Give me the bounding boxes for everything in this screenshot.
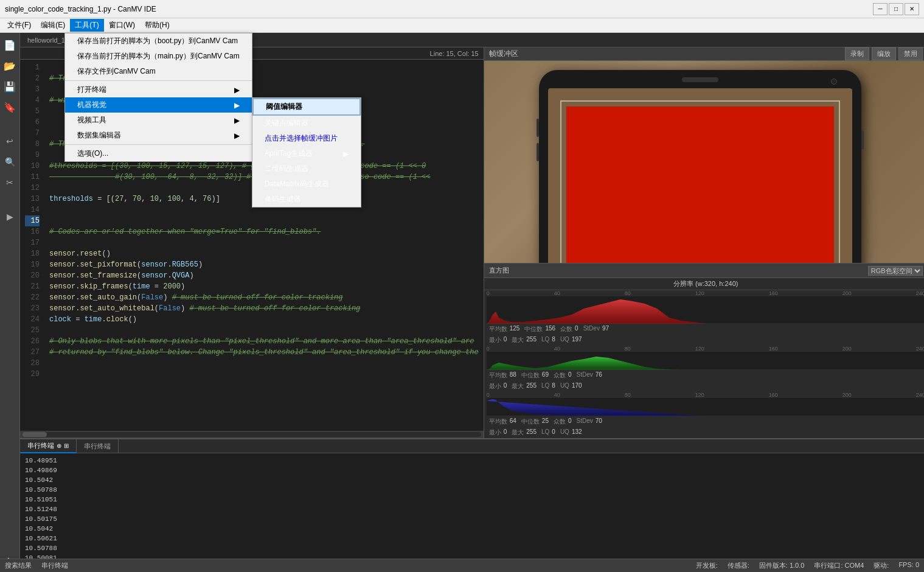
maximize-button[interactable]: □ xyxy=(889,3,903,15)
options-item[interactable]: 选项(O)... xyxy=(65,146,252,161)
video-tools-item[interactable]: 视频工具 ▶ xyxy=(65,113,252,128)
save-file-item[interactable]: 保存文件到CanMV Cam xyxy=(65,64,252,79)
qrcode-gen-item[interactable]: 二维码生成器 xyxy=(252,161,361,176)
barcode-gen-item[interactable]: 条码生成器 xyxy=(252,192,361,207)
dataset-editor-item[interactable]: 数据集编辑器 ▶ xyxy=(65,128,252,143)
menu-file[interactable]: 文件(F) xyxy=(2,19,36,32)
machine-vision-item[interactable]: 机器视觉 ▶ 阈值编辑器 关键点编辑器 点击并选择帧缓冲图片 AprilTag生… xyxy=(65,97,252,113)
menu-edit[interactable]: 编辑(E) xyxy=(36,19,70,32)
close-button[interactable]: ✕ xyxy=(905,3,919,15)
save-boot-item[interactable]: 保存当前打开的脚本为（boot.py）到CanMV Cam xyxy=(65,33,252,49)
save-main-item[interactable]: 保存当前打开的脚本为（main.py）到CanMV Cam xyxy=(65,49,252,64)
separator1 xyxy=(65,80,252,81)
open-terminal-arrow: ▶ xyxy=(234,86,240,94)
menubar: 文件(F) 编辑(E) 工具(T) 窗口(W) 帮助(H) xyxy=(0,18,924,33)
machine-vision-arrow: ▶ xyxy=(234,101,240,110)
click-select-frame-item[interactable]: 点击并选择帧缓冲图片 xyxy=(252,131,361,146)
minimize-button[interactable]: ─ xyxy=(873,3,888,15)
titlebar: single_color_code_tracking_1.py - CanMV … xyxy=(0,0,924,18)
tools-dropdown: 保存当前打开的脚本为（boot.py）到CanMV Cam 保存当前打开的脚本为… xyxy=(64,33,252,162)
keypoint-editor-item[interactable]: 关键点编辑器 xyxy=(252,116,361,131)
open-terminal-item[interactable]: 打开终端 ▶ xyxy=(65,82,252,97)
video-tools-arrow: ▶ xyxy=(234,116,240,125)
menu-window[interactable]: 窗口(W) xyxy=(104,19,140,32)
threshold-editor-item[interactable]: 阈值编辑器 xyxy=(252,98,361,116)
title-text: single_color_code_tracking_1.py - CanMV … xyxy=(5,5,156,13)
menu-tools[interactable]: 工具(T) xyxy=(70,19,103,32)
window-controls: ─ □ ✕ xyxy=(873,3,919,15)
machine-vision-submenu: 阈值编辑器 关键点编辑器 点击并选择帧缓冲图片 AprilTag生成器 ▶ 二维… xyxy=(252,97,361,208)
dataset-editor-arrow: ▶ xyxy=(234,131,240,140)
separator2 xyxy=(65,144,252,145)
menu-help[interactable]: 帮助(H) xyxy=(140,19,175,32)
apriltag-gen-item[interactable]: AprilTag生成器 ▶ xyxy=(252,146,361,161)
datamatrix-gen-item[interactable]: DataMatrix码生成器 xyxy=(252,176,361,192)
